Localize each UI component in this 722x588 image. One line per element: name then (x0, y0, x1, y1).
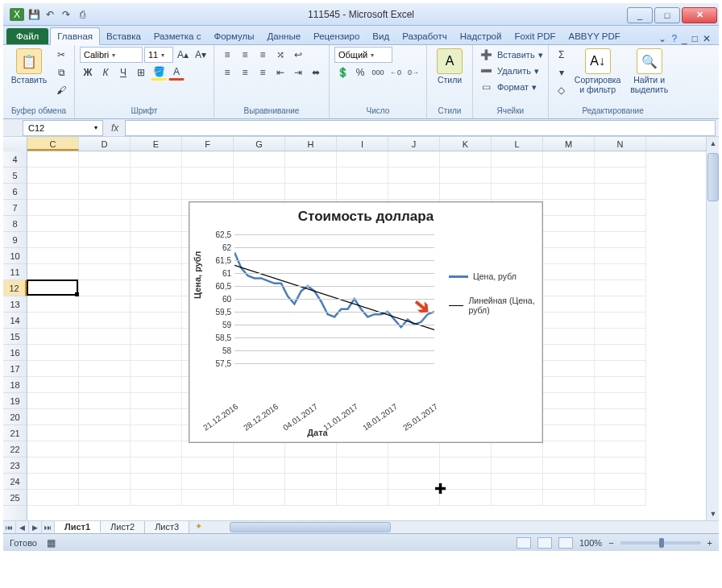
tab-data[interactable]: Данные (261, 28, 308, 44)
print-icon[interactable]: ⎙ (76, 8, 89, 21)
align-middle-icon[interactable]: ≡ (237, 47, 253, 63)
tab-foxit[interactable]: Foxit PDF (508, 28, 562, 44)
tab-nav-last-icon[interactable]: ⏭ (42, 521, 55, 533)
formula-input[interactable] (125, 120, 716, 136)
border-icon[interactable]: ⊞ (133, 64, 149, 81)
shrink-font-icon[interactable]: A▾ (193, 47, 209, 63)
doc-min-icon[interactable]: _ (682, 33, 687, 44)
row-header-5[interactable]: 5 (3, 168, 27, 184)
redo-icon[interactable]: ↷ (60, 8, 73, 21)
cut-icon[interactable]: ✂ (53, 47, 69, 63)
tab-home[interactable]: Главная (50, 27, 100, 45)
tab-addins[interactable]: Надстрой (454, 28, 508, 44)
autosum-icon[interactable]: Σ (554, 47, 570, 63)
wrap-text-icon[interactable]: ↩ (290, 47, 306, 63)
find-select-button[interactable]: 🔍 Найти и выделить (626, 47, 673, 94)
view-normal-icon[interactable] (517, 537, 531, 549)
decimal-dec-icon[interactable]: 0→ (405, 64, 421, 81)
zoom-slider[interactable] (620, 541, 701, 545)
merge-icon[interactable]: ⬌ (308, 64, 324, 81)
col-header-I[interactable]: I (337, 137, 388, 151)
row-header-14[interactable]: 14 (3, 313, 27, 329)
row-header-19[interactable]: 19 (3, 393, 27, 409)
doc-close-icon[interactable]: ✕ (703, 33, 711, 44)
macro-record-icon[interactable]: ▦ (44, 535, 60, 551)
tab-nav-next-icon[interactable]: ▶ (29, 521, 42, 533)
undo-icon[interactable]: ↶ (44, 8, 56, 21)
col-header-H[interactable]: H (285, 137, 337, 151)
col-header-E[interactable]: E (131, 137, 182, 151)
name-box[interactable]: C12▾ (23, 120, 103, 136)
tab-insert[interactable]: Вставка (100, 28, 147, 44)
col-header-D[interactable]: D (79, 137, 131, 151)
col-header-N[interactable]: N (595, 137, 646, 151)
percent-icon[interactable]: % (352, 64, 368, 81)
hscroll-thumb[interactable] (230, 522, 391, 532)
tab-developer[interactable]: Разработч (396, 28, 454, 44)
zoom-in-button[interactable]: + (707, 538, 712, 548)
row-header-15[interactable]: 15 (3, 329, 27, 345)
row-header-11[interactable]: 11 (3, 264, 27, 280)
paste-button[interactable]: 📋 Вставить (8, 47, 50, 85)
number-format-combo[interactable]: Общий▾ (334, 47, 392, 63)
maximize-button[interactable]: □ (654, 7, 680, 23)
col-header-L[interactable]: L (492, 137, 543, 151)
fill-color-icon[interactable]: 🪣 (151, 64, 167, 81)
horizontal-scrollbar[interactable] (214, 521, 719, 533)
row-header-13[interactable]: 13 (3, 296, 27, 313)
col-header-J[interactable]: J (388, 137, 440, 151)
align-center-icon[interactable]: ≡ (237, 64, 253, 81)
vscroll-thumb[interactable] (707, 153, 719, 201)
insert-cells-button[interactable]: ➕Вставить ▾ (478, 47, 543, 63)
tab-layout[interactable]: Разметка с (147, 28, 208, 44)
bold-button[interactable]: Ж (80, 64, 96, 81)
doc-max-icon[interactable]: □ (692, 33, 698, 44)
indent-dec-icon[interactable]: ⇤ (272, 64, 288, 81)
col-header-C[interactable]: C (27, 137, 79, 151)
col-header-G[interactable]: G (234, 137, 285, 151)
view-break-icon[interactable] (558, 537, 573, 549)
row-header-22[interactable]: 22 (3, 441, 27, 458)
row-header-21[interactable]: 21 (3, 425, 27, 441)
format-painter-icon[interactable]: 🖌 (53, 82, 69, 98)
tab-nav-first-icon[interactable]: ⏮ (3, 521, 16, 533)
tab-view[interactable]: Вид (366, 28, 396, 44)
sheet-tab-1[interactable]: Лист1 (55, 521, 101, 533)
row-header-12[interactable]: 12 (3, 280, 27, 296)
minimize-ribbon-icon[interactable]: ⌄ (658, 33, 666, 44)
tab-file[interactable]: Файл (6, 28, 48, 44)
spreadsheet-grid[interactable]: CDEFGHIJKLMN 456789101112131415161718192… (3, 137, 719, 533)
save-icon[interactable]: 💾 (27, 8, 40, 21)
row-header-20[interactable]: 20 (3, 409, 27, 425)
sheet-tab-3[interactable]: Лист3 (145, 521, 189, 533)
minimize-button[interactable]: _ (627, 7, 653, 23)
fill-down-icon[interactable]: ▾ (554, 64, 570, 81)
col-header-K[interactable]: K (440, 137, 492, 151)
row-header-8[interactable]: 8 (3, 216, 27, 232)
zoom-out-button[interactable]: − (608, 538, 613, 548)
help-icon[interactable]: ? (671, 33, 677, 44)
styles-button[interactable]: A Стили (432, 47, 467, 85)
scroll-down-icon[interactable]: ▼ (707, 507, 719, 520)
tab-abbyy[interactable]: ABBYY PDF (562, 28, 627, 44)
row-header-6[interactable]: 6 (3, 184, 27, 200)
underline-button[interactable]: Ч (115, 64, 131, 81)
row-header-16[interactable]: 16 (3, 345, 27, 361)
grow-font-icon[interactable]: A▴ (175, 47, 191, 63)
row-header-24[interactable]: 24 (3, 474, 27, 490)
col-header-F[interactable]: F (182, 137, 234, 151)
row-header-18[interactable]: 18 (3, 377, 27, 393)
row-header-10[interactable]: 10 (3, 248, 27, 264)
font-name-combo[interactable]: Calibri▾ (80, 47, 143, 63)
sheet-tab-2[interactable]: Лист2 (101, 521, 145, 533)
select-all-corner[interactable] (3, 137, 27, 151)
row-header-4[interactable]: 4 (3, 151, 27, 168)
new-sheet-button[interactable]: ✦ (189, 521, 207, 533)
view-layout-icon[interactable] (537, 537, 552, 549)
vertical-scrollbar[interactable]: ▲ ▼ (706, 137, 719, 520)
fx-icon[interactable]: fx (105, 122, 125, 134)
comma-icon[interactable]: 000 (370, 64, 386, 81)
row-header-23[interactable]: 23 (3, 458, 27, 474)
align-right-icon[interactable]: ≡ (255, 64, 271, 81)
row-header-7[interactable]: 7 (3, 200, 27, 216)
